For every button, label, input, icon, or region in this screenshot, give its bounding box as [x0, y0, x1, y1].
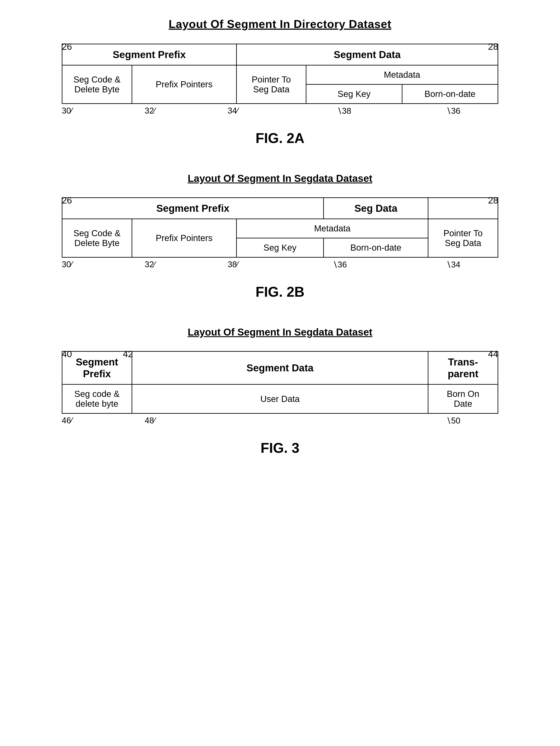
fig3-corner-right: 44	[488, 349, 498, 360]
fig2b-metadata-header: Metadata	[236, 219, 428, 238]
fig2b-prefix-pointers: Prefix Pointers	[132, 219, 236, 257]
fig2a-label-34: 34∕	[228, 106, 238, 115]
fig2a-metadata-header: Metadata	[306, 65, 498, 85]
fig2a-diagram: 26 28 Segment Prefix Segment Data Seg Co…	[62, 44, 498, 119]
fig2a-label-38: ∖38	[337, 106, 351, 116]
fig2a-pointer-to-seg: Pointer ToSeg Data	[236, 65, 306, 104]
fig3-segment-data-header: Segment Data	[132, 351, 428, 384]
fig2b-label-34: ∖34	[446, 260, 460, 269]
fig2b-bottom-labels: 30∕ 32∕ 38∕ ∖36 ∖34	[62, 260, 498, 273]
fig2a-title: Layout Of Segment In Directory Dataset	[43, 18, 517, 31]
fig2b-diagram: 26 28 Segment Prefix Seg Data Seg Code &…	[62, 197, 498, 273]
fig2b-label: FIG. 2B	[43, 284, 517, 300]
fig3-label-48: 48∕	[145, 416, 155, 425]
fig2b-segment-prefix-header: Segment Prefix	[62, 198, 324, 219]
fig2a-born-on-date: Born-on-date	[402, 85, 498, 104]
fig3-title: Layout Of Segment In Segdata Dataset	[43, 326, 517, 338]
fig2b-table: Segment Prefix Seg Data Seg Code &Delete…	[62, 197, 498, 258]
fig2a-corner-right: 28	[488, 41, 498, 52]
fig3-transparent-header: Trans-parent	[428, 351, 498, 384]
fig2a-section: Layout Of Segment In Directory Dataset 2…	[43, 18, 517, 146]
fig2b-pointer-to-seg: Pointer ToSeg Data	[428, 219, 498, 257]
fig3-corner-left: 40	[62, 349, 72, 360]
fig2b-born-on-date: Born-on-date	[324, 238, 428, 257]
fig2a-header-row: Segment Prefix Segment Data	[62, 44, 498, 65]
fig3-table: SegmentPrefix Segment Data Trans-parent …	[62, 351, 498, 414]
fig2a-seg-code: Seg Code &Delete Byte	[62, 65, 132, 104]
fig2b-label-36: ∖36	[332, 260, 347, 269]
fig2b-corner-right: 28	[488, 195, 498, 206]
fig2a-table: Segment Prefix Segment Data Seg Code &De…	[62, 44, 498, 104]
fig2b-row2: Seg Code &Delete Byte Prefix Pointers Me…	[62, 219, 498, 238]
fig3-bottom-labels: 46∕ 48∕ ∖50	[62, 416, 498, 429]
fig2a-label: FIG. 2A	[43, 130, 517, 146]
fig3-label-46: 46∕	[62, 416, 72, 425]
fig2b-label-38: 38∕	[228, 260, 238, 269]
fig2b-seg-key: Seg Key	[236, 238, 323, 257]
fig2a-segment-data-header: Segment Data	[236, 44, 498, 65]
fig3-label: FIG. 3	[43, 440, 517, 456]
fig2a-label-32: 32∕	[145, 106, 155, 115]
fig2a-prefix-pointers: Prefix Pointers	[132, 65, 236, 104]
fig2b-corner-left: 26	[62, 195, 72, 206]
fig2a-segment-prefix-header: Segment Prefix	[62, 44, 237, 65]
fig2b-section: Layout Of Segment In Segdata Dataset 26 …	[43, 172, 517, 300]
fig3-seg-code: Seg code &delete byte	[62, 384, 132, 413]
fig2b-label-30: 30∕	[62, 260, 72, 269]
fig2a-row2: Seg Code &Delete Byte Prefix Pointers Po…	[62, 65, 498, 85]
fig2b-title: Layout Of Segment In Segdata Dataset	[43, 172, 517, 184]
fig3-segment-prefix-header: SegmentPrefix	[62, 351, 132, 384]
fig2b-header-row: Segment Prefix Seg Data	[62, 198, 498, 219]
fig2b-label-32: 32∕	[145, 260, 155, 269]
fig3-label-50: ∖50	[446, 416, 460, 426]
fig2a-seg-key: Seg Key	[306, 85, 402, 104]
fig2b-seg-data-header: Seg Data	[324, 198, 428, 219]
fig3-section: Layout Of Segment In Segdata Dataset 40 …	[43, 326, 517, 456]
fig2a-corner-left: 26	[62, 41, 72, 52]
fig3-row2: Seg code &delete byte User Data Born OnD…	[62, 384, 498, 413]
fig3-corner-left2: 42	[123, 349, 133, 360]
fig2a-label-30: 30∕	[62, 106, 72, 115]
fig2a-bottom-labels: 30∕ 32∕ 34∕ ∖38 ∖36	[62, 106, 498, 119]
fig2b-seg-code: Seg Code &Delete Byte	[62, 219, 132, 257]
fig2a-label-36: ∖36	[446, 106, 460, 116]
fig3-born-on-date: Born OnDate	[428, 384, 498, 413]
fig3-diagram: 40 42 44 SegmentPrefix Segment Data Tran…	[62, 351, 498, 429]
fig3-user-data: User Data	[132, 384, 428, 413]
